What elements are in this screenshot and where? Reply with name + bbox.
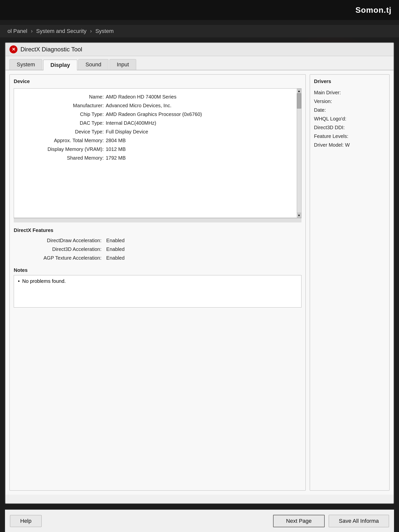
info-label-sharedmem: Shared Memory: — [16, 155, 106, 161]
info-value-dactype: Internal DAC(400MHz) — [106, 120, 299, 126]
notes-section: Notes • No problems found. — [14, 267, 301, 308]
driver-row-version: Version: — [314, 97, 385, 106]
tab-input[interactable]: Input — [109, 59, 136, 70]
driver-row-date: Date: — [314, 106, 385, 114]
driver-row-direct3dddi: Direct3D DDI: — [314, 123, 385, 132]
tabs-bar: System Display Sound Input — [5, 56, 394, 70]
info-value-sharedmem: 1792 MB — [106, 155, 299, 161]
somon-logo: Somon.tj — [355, 5, 392, 15]
driver-row-drivermodel: Driver Model: W — [314, 141, 385, 149]
info-value-totalmem: 2804 MB — [106, 138, 299, 143]
scroll-up-arrow[interactable]: ▲ — [297, 89, 301, 94]
driver-label-maindriver: Main Driver: — [314, 90, 341, 95]
tab-sound[interactable]: Sound — [78, 59, 109, 70]
feature-value-direct3d: Enabled — [103, 246, 125, 252]
notes-bullet: • — [18, 278, 20, 284]
info-label-chiptype: Chip Type: — [16, 111, 106, 117]
info-label-totalmem: Approx. Total Memory: — [16, 138, 106, 143]
driver-label-drivermodel: Driver Model: W — [314, 142, 350, 148]
h-scrollbar[interactable] — [14, 218, 301, 222]
feature-directdraw: DirectDraw Acceleration: Enabled — [14, 236, 301, 245]
window-title: DirectX Diagnostic Tool — [20, 46, 82, 53]
driver-label-date: Date: — [314, 107, 326, 113]
info-value-manufacturer: Advanced Micro Devices, Inc. — [106, 103, 299, 108]
driver-label-whql: WHQL Logo'd: — [314, 116, 346, 121]
notes-title: Notes — [14, 267, 301, 273]
drivers-title: Drivers — [314, 79, 385, 84]
info-row-vram: Display Memory (VRAM): 1012 MB — [16, 145, 299, 154]
device-info-scroll[interactable]: Name: AMD Radeon HD 7400M Series Manufac… — [14, 88, 301, 218]
info-row-totalmem: Approx. Total Memory: 2804 MB — [16, 136, 299, 145]
features-section: DirectX Features DirectDraw Acceleration… — [14, 227, 301, 262]
feature-label-agp: AGP Texture Acceleration: — [24, 255, 103, 261]
info-row-name: Name: AMD Radeon HD 7400M Series — [16, 93, 299, 101]
device-section: Device Name: AMD Radeon HD 7400M Series … — [9, 74, 306, 491]
feature-label-directdraw: DirectDraw Acceleration: — [24, 238, 103, 243]
driver-row-whql: WHQL Logo'd: — [314, 114, 385, 123]
top-bar: Somon.tj — [0, 0, 399, 20]
info-value-vram: 1012 MB — [106, 146, 299, 152]
breadcrumb-part2[interactable]: System and Security — [36, 28, 87, 34]
feature-label-direct3d: Direct3D Acceleration: — [24, 246, 103, 252]
driver-row-maindriver: Main Driver: — [314, 88, 385, 97]
device-section-title: Device — [14, 79, 301, 84]
window-titlebar: ✕ DirectX Diagnostic Tool — [5, 43, 394, 56]
feature-value-agp: Enabled — [103, 255, 125, 261]
breadcrumb-sep1: › — [31, 28, 34, 34]
info-label-devicetype: Device Type: — [16, 129, 106, 135]
info-value-chiptype: AMD Radeon Graphics Processor (0x6760) — [106, 111, 299, 117]
info-row-chiptype: Chip Type: AMD Radeon Graphics Processor… — [16, 110, 299, 119]
driver-row-featurelevels: Feature Levels: — [314, 132, 385, 141]
feature-value-directdraw: Enabled — [103, 238, 125, 243]
scrollbar[interactable]: ▲ ▼ — [297, 89, 301, 218]
feature-direct3d: Direct3D Acceleration: Enabled — [14, 245, 301, 254]
breadcrumb: ol Panel › System and Security › System — [0, 25, 399, 37]
feature-agp: AGP Texture Acceleration: Enabled — [14, 254, 301, 262]
info-value-devicetype: Full Display Device — [106, 129, 299, 135]
features-title: DirectX Features — [14, 227, 301, 233]
content-area: Device Name: AMD Radeon HD 7400M Series … — [5, 70, 394, 495]
window-icon: ✕ — [9, 45, 17, 53]
breadcrumb-part3[interactable]: System — [95, 28, 113, 34]
tab-display[interactable]: Display — [43, 60, 77, 70]
tab-system[interactable]: System — [9, 59, 42, 70]
drivers-section: Drivers Main Driver: Version: Date: WHQL… — [310, 74, 390, 491]
scroll-down-arrow[interactable]: ▼ — [297, 213, 301, 218]
info-label-manufacturer: Manufacturer: — [16, 103, 106, 108]
notes-item: • No problems found. — [18, 278, 297, 284]
info-label-name: Name: — [16, 94, 106, 100]
info-row-sharedmem: Shared Memory: 1792 MB — [16, 154, 299, 162]
info-label-vram: Display Memory (VRAM): — [16, 146, 106, 152]
scroll-thumb[interactable] — [297, 94, 301, 108]
info-label-dactype: DAC Type: — [16, 120, 106, 126]
breadcrumb-sep2: › — [90, 28, 93, 34]
info-row-dactype: DAC Type: Internal DAC(400MHz) — [16, 119, 299, 127]
info-row-manufacturer: Manufacturer: Advanced Micro Devices, In… — [16, 101, 299, 110]
driver-label-featurelevels: Feature Levels: — [314, 133, 348, 139]
info-row-devicetype: Device Type: Full Display Device — [16, 127, 299, 136]
driver-label-version: Version: — [314, 99, 332, 104]
notes-box: • No problems found. — [14, 275, 301, 308]
info-value-name: AMD Radeon HD 7400M Series — [106, 94, 299, 100]
breadcrumb-part1[interactable]: ol Panel — [7, 28, 27, 34]
notes-text: No problems found. — [22, 278, 66, 284]
dxdiag-window: ✕ DirectX Diagnostic Tool System Display… — [5, 42, 394, 504]
driver-label-direct3dddi: Direct3D DDI: — [314, 125, 345, 130]
main-content: ol Panel › System and Security › System … — [0, 20, 399, 532]
